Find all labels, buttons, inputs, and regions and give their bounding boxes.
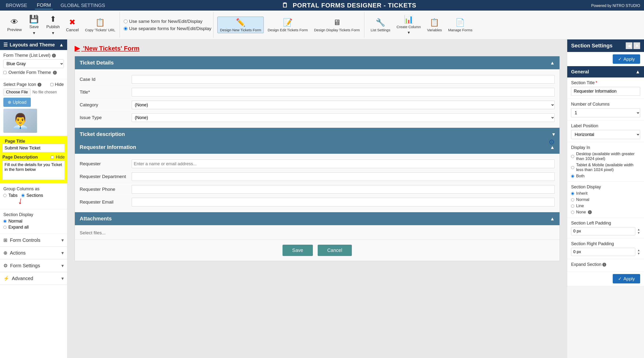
ticket-details-section-header[interactable]: Ticket Details ▲ [75,56,560,69]
right-padding-input[interactable] [571,248,635,256]
apply-bottom-button[interactable]: ✓ Apply [613,274,640,284]
person-image: 👨‍💼 [3,109,37,133]
page-title-input[interactable] [2,144,65,152]
design-new-tickets-button[interactable]: ✏️ Design New Tickets Form [217,16,264,33]
publish-icon: ⬆ [50,14,56,24]
radio-separate-forms[interactable]: Use separate forms for New/Edit/Display [124,26,211,31]
apply-top-button[interactable]: ✓ Apply [613,54,640,64]
requester-section-header[interactable]: Requester Information ▲ [75,141,560,154]
app-title: 🗒 PORTAL FORMS DESIGNER - TICKETS [113,2,586,9]
category-select[interactable]: (None) [132,100,555,109]
page-desc-hide-checkbox[interactable] [51,156,54,159]
sidebar-collapse-icon[interactable]: ▲ [59,42,64,48]
cancel-button[interactable]: ✖ Cancel [64,16,81,34]
preview-button[interactable]: 👁 Preview [5,16,24,33]
hide-icon-checkbox[interactable] [50,83,54,86]
choose-file-button[interactable]: Choose File [3,88,30,96]
ticket-desc-chevron-icon: ▾ [552,131,555,137]
display-desktop-radio[interactable]: Desktop (available width greater than 10… [571,152,640,161]
list-settings-button[interactable]: 🔧 List Settings [368,17,393,33]
display-tablet-radio[interactable]: Tablet & Mobile (available width less th… [571,163,640,172]
design-display-icon: 🖥 [333,18,341,27]
title-input[interactable] [132,88,555,96]
variables-icon: 📋 [430,18,439,27]
num-columns-select[interactable]: 1 2 3 [571,108,640,118]
category-label: Category [80,102,128,108]
design-display-tickets-button[interactable]: 🖥 Design Display Tickets Form [312,17,362,33]
normal-radio[interactable]: Normal [571,197,640,202]
manage-forms-button[interactable]: 📄 Manage Forms [446,17,475,33]
section-title-input[interactable] [571,87,640,96]
issue-type-label: Issue Type [80,115,128,120]
right-panel-prev-button[interactable]: ◀ [626,42,632,49]
requester-dept-label: Requester Department [80,174,128,179]
left-padding-up-icon[interactable]: ▲ [637,228,640,231]
create-column-button[interactable]: 📊 Create Column▾ [394,14,423,36]
form-theme-select[interactable]: Blue Gray [3,60,64,68]
form-settings-item[interactable]: ⚙ Form Settings ▾ [0,259,67,272]
none-info-icon[interactable]: i [588,210,592,214]
expand-section-info-icon[interactable]: i [602,263,606,266]
display-in-field: Display In Desktop (available width grea… [567,142,644,182]
right-padding-row: ▲ ▼ [571,248,640,256]
save-icon: 💾 [29,14,39,24]
left-padding-down-icon[interactable]: ▼ [637,232,640,234]
right-padding-down-icon[interactable]: ▼ [637,252,640,255]
form-cancel-button[interactable]: Cancel [318,245,352,256]
inherit-radio[interactable]: Inherit [571,191,640,196]
file-chooser-row: Choose File No file chosen [3,88,64,96]
upload-button[interactable]: ⊕ Upload [3,98,31,107]
none-radio[interactable]: None i [571,210,640,214]
design-edit-tickets-button[interactable]: 📝 Design Edit Tickets Form [265,17,310,33]
form-save-button[interactable]: Save [282,245,313,256]
page-icon-info-icon[interactable]: i [38,83,42,86]
title-label: Title* [80,90,128,95]
actions-chevron: ▾ [61,250,64,256]
form-controls-icon: ⊞ [3,237,8,243]
override-info-icon[interactable]: i [53,71,57,74]
form-controls-item[interactable]: ⊞ Form Controls ▾ [0,234,67,246]
left-padding-input[interactable] [571,227,635,235]
copy-url-button[interactable]: 📋 Copy 'Tickets' URL [82,17,118,33]
expand-all-radio[interactable]: Expand all [3,225,64,230]
section-display-section: Section Display Normal Expand all [0,209,67,234]
right-padding-field: Section Right Padding ▲ ▼ [567,238,644,259]
display-both-radio[interactable]: Both [571,174,640,178]
right-panel-apply-top: ✓ Apply [567,52,644,66]
attachments-section-header[interactable]: Attachments ▲ [75,212,560,225]
group-columns-section: Group Columns as Tabs Sections ↑ [0,184,67,209]
advanced-item[interactable]: ⚡ Advanced ▾ [0,272,67,285]
general-accordion[interactable]: General ▲ [567,66,644,78]
right-padding-label: Section Right Padding [571,241,640,246]
requester-dept-input[interactable] [132,172,555,181]
nav-form[interactable]: FORM [35,2,53,10]
right-panel-close-button[interactable]: ✕ [634,42,640,49]
nav-browse[interactable]: BROWSE [4,2,29,9]
publish-button[interactable]: ⬆ Publish▾ [44,14,62,36]
requester-phone-input[interactable] [132,185,555,194]
case-id-input[interactable] [132,75,555,84]
nav-global-settings[interactable]: GLOBAL SETTINGS [59,2,107,9]
right-padding-up-icon[interactable]: ▲ [637,249,640,252]
radio-same-form[interactable]: Use same form for New/Edit/Display [124,19,211,24]
variables-button[interactable]: 📋 Variables [425,17,444,33]
override-theme-checkbox[interactable] [3,71,6,74]
issue-type-select[interactable]: (None) [132,113,555,122]
sections-radio[interactable]: Sections [22,193,43,198]
gear-button[interactable]: ⚙ [548,138,555,146]
requester-email-input[interactable] [132,198,555,206]
tabs-radio[interactable]: Tabs [3,193,18,198]
form-theme-section: Form Theme (List Level) i Blue Gray Over… [0,50,67,79]
normal-display-radio[interactable]: Normal [3,219,64,224]
line-radio[interactable]: Line [571,204,640,208]
cancel-icon: ✖ [69,18,76,27]
actions-item[interactable]: ⊕ Actions ▾ [0,246,67,259]
expand-section-label: Expand Section i [571,262,640,267]
label-position-select[interactable]: Horizontal Vertical [571,130,640,139]
requester-input[interactable] [132,160,555,168]
ticket-desc-section-header[interactable]: Ticket description ▾ [75,128,560,141]
form-theme-info-icon[interactable]: i [52,54,56,58]
requester-email-label: Requester Email [80,200,128,205]
page-description-textarea[interactable]: Fill out the details for you Ticket in t… [2,161,65,180]
save-button[interactable]: 💾 Save▾ [26,14,42,36]
